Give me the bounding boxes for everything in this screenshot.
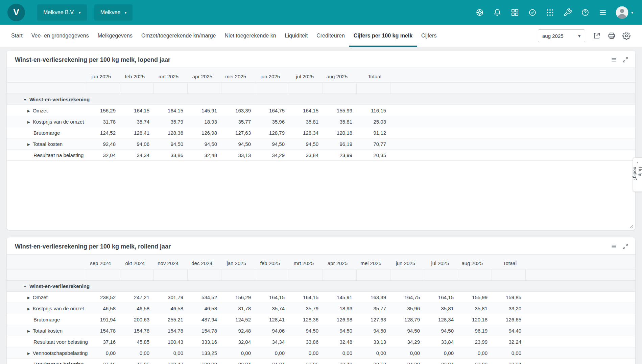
group-toggle[interactable]: ▼Winst-en-verliesrekening (7, 281, 86, 292)
nav-tabs: StartVee- en grondgegevensMelkgegevensOm… (7, 25, 441, 47)
export-icon[interactable] (590, 29, 603, 43)
column-header: feb 2025 (120, 68, 153, 83)
column-header: jun 2025 (390, 255, 424, 269)
row-label[interactable]: ▶Omzet (7, 292, 86, 303)
cell-value: 45,85 (120, 336, 153, 347)
entity-selector[interactable]: Melkvee ▾ (94, 4, 133, 21)
company-selector-label: Melkvee B.V. (43, 9, 75, 16)
period-selector[interactable]: aug 2025 ▼ (538, 29, 585, 42)
group-toggle[interactable]: ▼Winst-en-verliesrekening (7, 94, 86, 105)
row-label: Resultaat na belasting (7, 150, 86, 161)
cell-value: 126,98 (187, 127, 221, 138)
table-row: Resultaat na belasting37,1645,85100,4319… (7, 359, 635, 364)
row-label[interactable]: ▶Kostprijs van de omzet (7, 116, 86, 127)
cell-value: 35,96 (255, 116, 289, 127)
cell-value: 35,81 (424, 303, 458, 314)
column-header: nov 2024 (153, 255, 187, 269)
column-header: aug 2025 (458, 255, 492, 269)
cell-value: 35,77 (221, 116, 255, 127)
company-selector[interactable]: Melkvee B.V. ▾ (37, 4, 87, 21)
cell-value: 333,16 (187, 336, 221, 347)
row-label[interactable]: ▶Kostprijs van de omzet (7, 303, 86, 314)
cell-value: 0,00 (424, 347, 458, 359)
filter-cell (120, 83, 153, 94)
column-header: jul 2025 (424, 255, 458, 269)
panel-rollend-jaar: Winst-en-verliesrekening per 100 kg melk… (7, 237, 635, 364)
table-row: ▶Totaal kosten92,4894,0694,5094,5094,509… (7, 138, 635, 150)
cell-value: 128,79 (255, 127, 289, 138)
nav-tab-melkgegevens[interactable]: Melkgegevens (93, 25, 137, 47)
nav-tab-niet-toegerekende-kn[interactable]: Niet toegerekende kn (220, 25, 280, 47)
cell-value: 33,86 (153, 150, 187, 161)
column-header: mei 2025 (221, 68, 255, 83)
panel-menu-icon[interactable] (610, 243, 618, 250)
filter-cell (356, 269, 390, 281)
cell-value: 164,15 (424, 292, 458, 303)
cell-value: 154,78 (153, 325, 187, 336)
table-row: ▶Totaal kosten154,78154,78154,78154,7892… (7, 325, 635, 336)
filter-cell (323, 269, 356, 281)
table-row: ▶Vennootschapsbelasting0,000,000,00133,2… (7, 347, 635, 359)
user-avatar[interactable]: ▾ (615, 5, 633, 20)
wrench-icon[interactable] (560, 5, 575, 20)
group-row: ▼Winst-en-verliesrekening (7, 281, 635, 292)
settings-icon[interactable] (620, 29, 633, 43)
column-header: okt 2024 (120, 255, 153, 269)
resize-handle-icon[interactable] (629, 224, 634, 228)
cell-value: 94,50 (221, 138, 255, 150)
help-icon[interactable] (578, 5, 593, 20)
cell-value: 96,19 (323, 138, 356, 150)
brand-letter: V (13, 7, 19, 18)
cell-value: 155,99 (323, 105, 356, 116)
check-circle-icon[interactable] (525, 5, 540, 20)
filler-cell (525, 359, 635, 364)
panel-expand-icon[interactable] (622, 56, 629, 63)
filter-cell (289, 269, 323, 281)
cell-value: 191,94 (86, 314, 120, 325)
column-header: dec 2024 (187, 255, 221, 269)
cell-value: 94,50 (187, 138, 221, 150)
column-header: apr 2025 (323, 255, 356, 269)
nav-tab-cijfers[interactable]: Cijfers (417, 25, 441, 47)
cell-value: 70,77 (356, 138, 390, 150)
filler-cell (525, 292, 635, 303)
toolbar-icons (590, 29, 633, 43)
column-header: feb 2025 (255, 255, 289, 269)
column-header: apr 2025 (187, 68, 221, 83)
cell-value: 32,04 (221, 336, 255, 347)
row-label[interactable]: ▶Totaal kosten (7, 138, 86, 150)
modules-icon[interactable] (507, 5, 522, 20)
expand-icon: ▶ (27, 142, 30, 146)
cell-value: 35,81 (458, 303, 492, 314)
cell-value: 247,21 (120, 292, 153, 303)
panel-menu-icon[interactable] (610, 56, 618, 63)
nav-tab-crediteuren[interactable]: Crediteuren (312, 25, 349, 47)
filter-cell (221, 83, 255, 94)
nav-tab-vee-en-grondgegevens[interactable]: Vee- en grondgegevens (27, 25, 93, 47)
menu-icon[interactable] (595, 5, 610, 20)
nav-tab-start[interactable]: Start (7, 25, 27, 47)
topbar-actions: ▾ (472, 5, 633, 20)
cell-value: 31,78 (86, 116, 120, 127)
filter-cell (120, 269, 153, 281)
cell-value: 18,93 (187, 116, 221, 127)
cell-value: 0,00 (120, 347, 153, 359)
nav-tab-omzet-toegerekende-kn-marge[interactable]: Omzet/toegerekende kn/marge (137, 25, 220, 47)
row-label[interactable]: ▶Totaal kosten (7, 325, 86, 336)
cell-value: 0,00 (492, 347, 525, 359)
help-tab[interactable]: ‹ Hulp nodig? (633, 157, 642, 192)
print-icon[interactable] (605, 29, 618, 43)
nav-tab-liquiditeit[interactable]: Liquiditeit (281, 25, 312, 47)
brand-logo[interactable]: V (7, 4, 25, 21)
helm-icon[interactable] (472, 5, 487, 20)
bell-icon[interactable] (490, 5, 505, 20)
row-label[interactable]: ▶Vennootschapsbelasting (7, 347, 86, 359)
filter-cell (458, 269, 492, 281)
row-label[interactable]: ▶Omzet (7, 105, 86, 116)
panel-expand-icon[interactable] (622, 243, 629, 250)
apps-grid-icon[interactable] (543, 5, 557, 20)
nav-tab-cijfers-per-100-kg-melk[interactable]: Cijfers per 100 kg melk (349, 25, 417, 47)
cell-value: 46,58 (120, 303, 153, 314)
filter-cell (323, 83, 356, 94)
cell-value: 94,50 (323, 325, 356, 336)
